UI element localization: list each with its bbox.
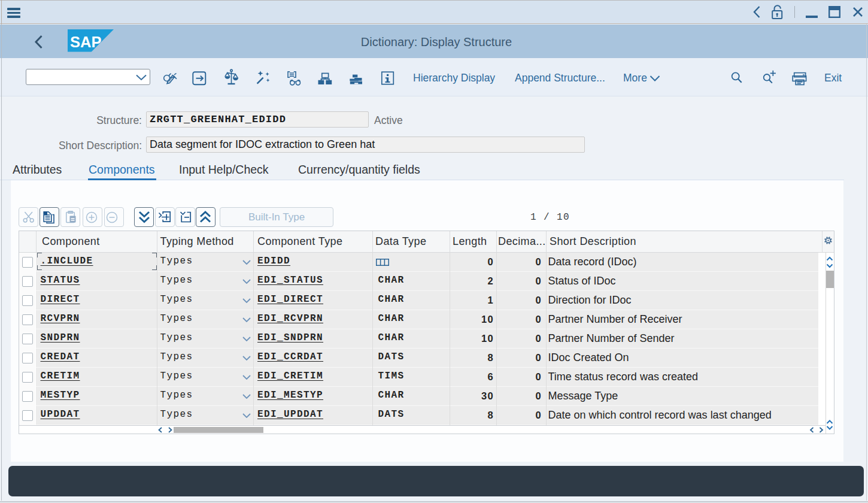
svg-text:SAP: SAP <box>70 33 101 50</box>
